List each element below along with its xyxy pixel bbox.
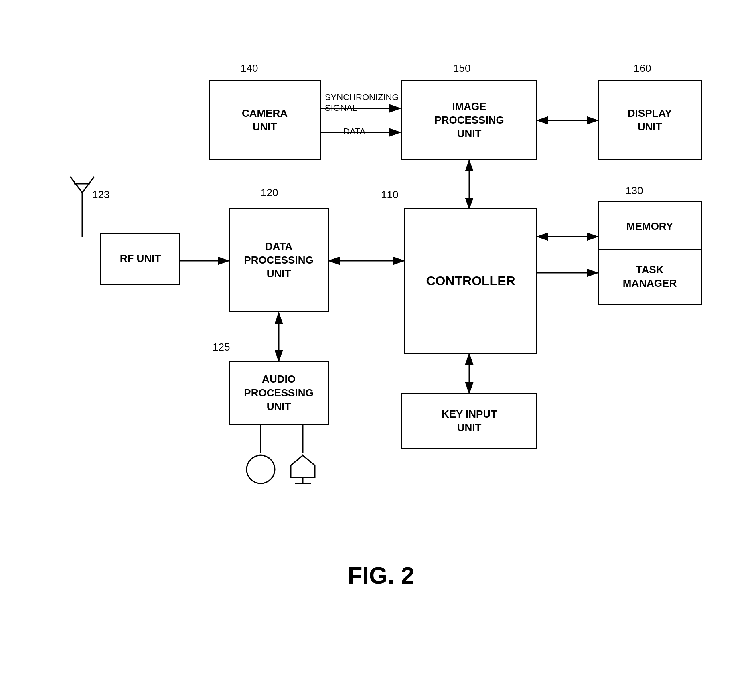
diagram: 140 150 160 110 130 170 120 123 125 127 …	[0, 0, 752, 700]
label-110: 110	[381, 189, 398, 201]
data-processing-unit-label: DATAPROCESSINGUNIT	[244, 240, 313, 280]
svg-line-19	[70, 177, 82, 193]
label-130: 130	[626, 185, 643, 197]
controller-label: CONTROLLER	[426, 273, 515, 290]
data-label: DATA	[343, 126, 365, 137]
key-input-unit-label: KEY INPUTUNIT	[442, 408, 497, 435]
svg-point-22	[247, 455, 275, 483]
label-125: 125	[213, 341, 230, 353]
svg-marker-23	[291, 455, 315, 477]
speaker-icon	[287, 453, 319, 485]
microphone-icon	[245, 453, 277, 485]
rf-unit-block: RF UNIT	[100, 233, 180, 285]
image-processing-unit-label: IMAGEPROCESSINGUNIT	[434, 100, 504, 140]
audio-processing-unit-block: AUDIOPROCESSINGUNIT	[229, 361, 329, 425]
svg-line-20	[82, 177, 94, 193]
task-manager-label: TASKMANAGER	[623, 263, 677, 290]
image-processing-unit-block: IMAGEPROCESSINGUNIT	[401, 80, 537, 160]
task-manager-block: TASKMANAGER	[598, 249, 702, 305]
figure-label: FIG. 2	[301, 562, 461, 589]
display-unit-block: DISPLAYUNIT	[598, 80, 702, 160]
camera-unit-label: CAMERAUNIT	[242, 107, 288, 134]
sync-signal-label: SYNCHRONIZINGSIGNAL	[325, 92, 399, 114]
label-120: 120	[261, 187, 278, 199]
key-input-unit-block: KEY INPUTUNIT	[401, 393, 537, 449]
label-140: 140	[241, 62, 258, 75]
rf-unit-label: RF UNIT	[120, 252, 161, 266]
memory-block: MEMORY	[598, 201, 702, 253]
data-processing-unit-block: DATAPROCESSINGUNIT	[229, 208, 329, 312]
antenna-icon	[66, 172, 98, 213]
memory-label: MEMORY	[626, 220, 673, 233]
label-150: 150	[453, 62, 470, 75]
label-160: 160	[634, 62, 651, 75]
camera-unit-block: CAMERAUNIT	[209, 80, 321, 160]
display-unit-label: DISPLAYUNIT	[628, 107, 672, 134]
audio-processing-unit-label: AUDIOPROCESSINGUNIT	[244, 373, 313, 413]
controller-block: CONTROLLER	[404, 208, 537, 354]
